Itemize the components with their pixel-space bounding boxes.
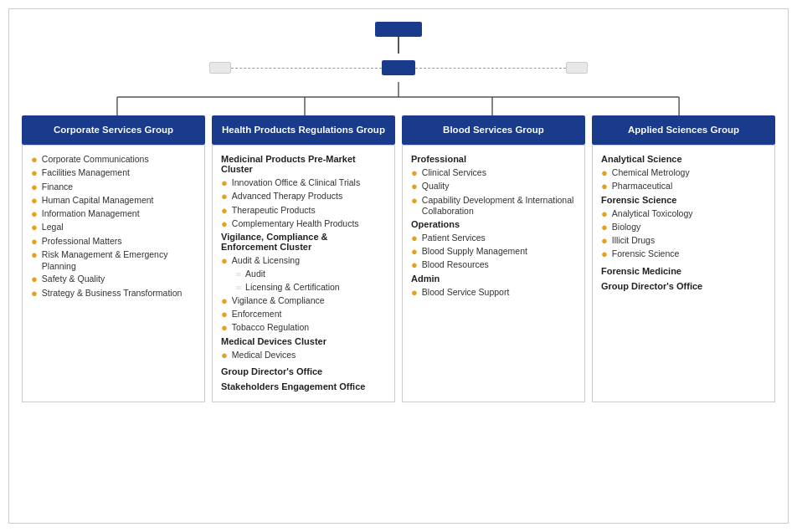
bullet-dot: ● [411,233,418,244]
bullet-item: ●Blood Resources [411,259,576,271]
bullet-dot: ● [601,248,608,260]
group-column-health: Health Products Regulations GroupMedicin… [212,115,395,402]
bullet-text: Forensic Science [612,248,680,260]
groups-row: Corporate Services Group●Corporate Commu… [22,115,775,402]
bullet-text: Risk Management & Emergency Planning [42,249,196,272]
bullet-text: Chemical Metrology [612,167,690,179]
sub-bullet-text: Licensing & Certification [245,282,340,294]
internal-audit-box [566,62,588,74]
section-header-1-4: Medical Devices Cluster [221,336,386,346]
bullet-item: ●Blood Service Support [411,287,576,299]
bullet-text: Pharmaceutical [612,181,672,192]
bullet-text: Legal [42,222,64,233]
bullet-text: Tobacco Regulation [232,322,309,334]
bullet-item: ●Innovation Office & Clinical Trials [221,177,386,189]
section-header-1-0: Medicinal Products Pre-Market Cluster [221,154,386,174]
dashed-left [231,68,382,69]
section-header-2-0: Professional [411,154,576,164]
bullet-text: Information Management [42,208,140,220]
bullet-dot: ● [31,154,38,166]
bullet-item: ●Finance [31,182,196,193]
bullet-text: Audit & Licensing [232,255,300,267]
bullet-dot: ● [411,287,418,299]
bullet-text: Analytical Toxicology [612,208,693,220]
bullet-dot: ● [31,274,38,285]
standalone-header: Forensic Medicine [601,266,766,276]
bullet-dot: ● [31,195,38,207]
bullet-text: Therapeutic Products [232,205,316,217]
bullet-dot: ● [601,235,608,247]
bullet-dot: ● [31,288,38,299]
bullet-text: Blood Supply Management [422,246,527,258]
bullet-dot: ● [221,191,228,202]
sub-bullet-dot: ○ [236,269,241,279]
group-header-applied: Applied Sciences Group [592,115,775,145]
bullet-item: ●Safety & Quality [31,274,196,285]
bullet-dot: ● [601,208,608,220]
bullet-item: ●Illicit Drugs [601,235,766,247]
bullet-text: Biology [612,222,640,233]
bullet-dot: ● [31,182,38,193]
ceo-row [22,60,775,75]
sub-bullet-text: Audit [245,269,265,280]
bullet-item: ●Strategy & Business Transformation [31,288,196,299]
hsa-board-box [375,22,422,37]
bullet-item: ●Legal [31,222,196,233]
bullet-text: Professional Matters [42,236,122,248]
bullet-dot: ● [411,246,418,258]
standalone-header: Group Director's Office [221,366,386,376]
group-content-corporate: ●Corporate Communications●Facilities Man… [22,145,205,402]
bullet-text: Medical Devices [232,350,296,361]
bullet-text: Human Capital Management [42,195,154,207]
board-container [22,22,775,37]
bullet-text: Corporate Communications [42,154,149,166]
bullet-text: Blood Service Support [422,287,509,299]
bullet-text: Innovation Office & Clinical Trials [232,177,360,189]
bullet-item: ●Capability Development & International … [411,195,576,217]
group-column-blood: Blood Services GroupProfessional●Clinica… [402,115,585,402]
bullet-item: ●Patient Services [411,233,576,244]
board-to-ceo-line [398,37,399,54]
bullet-item: ●Blood Supply Management [411,246,576,258]
bullet-dot: ● [221,255,228,267]
bullet-item: ●Clinical Services [411,167,576,179]
bullet-text: Strategy & Business Transformation [42,288,183,299]
bullet-item: ●Vigilance & Compliance [221,295,386,307]
bullet-item: ●Advanced Therapy Products [221,191,386,202]
bullet-item: ●Audit & Licensing [221,255,386,267]
bullet-dot: ● [411,259,418,271]
bullet-dot: ● [221,309,228,320]
group-header-corporate: Corporate Services Group [22,115,205,145]
bullet-dot: ● [411,167,418,179]
bullet-item: ●Professional Matters [31,236,196,248]
bullet-item: ●Pharmaceutical [601,181,766,192]
standalone-header: Stakeholders Engagement Office [221,381,386,391]
group-content-health: Medicinal Products Pre-Market Cluster●In… [212,145,395,402]
bullet-item: ●Tobacco Regulation [221,322,386,334]
bullet-dot: ● [601,167,608,179]
bullet-dot: ● [31,222,38,233]
bullet-text: Blood Resources [422,259,489,271]
bullet-dot: ● [31,167,38,179]
bullet-text: Complementary Health Products [232,218,359,230]
sub-bullet-item: ○Licensing & Certification [221,282,386,294]
bullet-dot: ● [221,177,228,189]
bullet-text: Facilities Management [42,167,130,179]
group-header-health: Health Products Regulations Group [212,115,395,145]
bullet-dot: ● [601,181,608,192]
bullet-dot: ● [31,249,38,261]
bullet-item: ●Analytical Toxicology [601,208,766,220]
section-header-1-2: Vigilance, Compliance & Enforcement Clus… [221,232,386,252]
bullet-text: Quality [422,181,450,192]
bullet-item: ●Chemical Metrology [601,167,766,179]
bullet-item: ●Complementary Health Products [221,218,386,230]
standalone-header: Group Director's Office [601,281,766,291]
branch-svg [22,82,775,115]
bullet-item: ●Quality [411,181,576,192]
bullet-dot: ● [221,295,228,307]
group-column-corporate: Corporate Services Group●Corporate Commu… [22,115,205,402]
bullet-text: Clinical Services [422,167,486,179]
bullet-item: ●Medical Devices [221,350,386,361]
org-chart: Corporate Services Group●Corporate Commu… [8,8,789,524]
ceo-box [382,60,415,75]
